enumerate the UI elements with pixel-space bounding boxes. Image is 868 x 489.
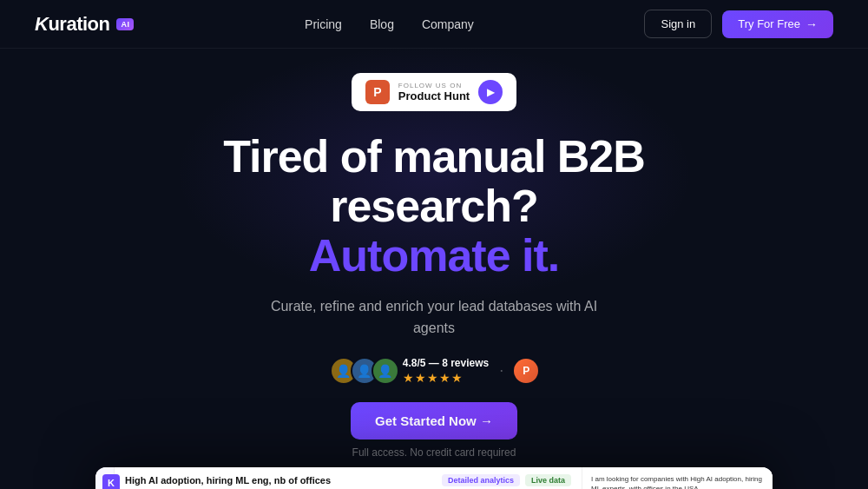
ai-badge: AI [116,18,134,30]
dashboard-k-logo: K [102,474,120,489]
badge-data: Live data [525,474,571,486]
dashboard-preview: K High AI adoption, hiring ML eng, nb of… [95,467,773,489]
logo-container: Kuration AI [35,13,134,36]
cta-note: Full access. No credit card required [352,446,516,459]
nav-link-company[interactable]: Company [422,17,474,31]
dashboard-title: High AI adoption, hiring ML eng, nb of o… [125,475,331,486]
get-started-button[interactable]: Get Started Now → [351,402,517,439]
try-free-arrow: → [806,17,818,31]
logo-text: Kuration [35,13,109,36]
headline-line1: Tired of manual B2B [223,131,645,182]
try-free-button[interactable]: Try For Free → [722,10,833,38]
nav-item-company[interactable]: Company [422,17,474,32]
chat-query: I am looking for companies with High AI … [591,474,764,489]
ph-logo-small: P [514,359,538,383]
rating-group: 4.8/5 — 8 reviews ★★★★★ [403,357,489,385]
avatar-3: 👤 [372,357,399,385]
ph-arrow-icon: ▶ [478,80,503,104]
ph-name-label: Product Hunt [398,89,470,102]
ph-follow-label: FOLLOW US ON [398,82,470,89]
nav-item-blog[interactable]: Blog [370,17,394,32]
nav-link-pricing[interactable]: Pricing [305,17,342,31]
divider: · [499,361,503,380]
subheadline: Curate, refine and enrich your lead data… [260,295,608,340]
stars: ★★★★★ [403,371,489,385]
dashboard-header: High AI adoption, hiring ML eng, nb of o… [115,467,582,489]
avatar-face-3: 👤 [373,359,398,383]
dashboard-table-panel: High AI adoption, hiring ML eng, nb of o… [115,467,582,489]
nav-actions: Sign in Try For Free → [644,10,833,38]
social-proof: 👤 👤 👤 4.8/5 — 8 reviews ★★★★★ · P [330,357,538,385]
nav-item-pricing[interactable]: Pricing [305,17,342,32]
navbar: Kuration AI Pricing Blog Company Sign in… [0,0,868,49]
avatar-group: 👤 👤 👤 [330,357,392,385]
chat-panel: I am looking for companies with High AI … [582,467,773,489]
main-content: P FOLLOW US ON Product Hunt ▶ Tired of m… [0,49,868,489]
headline-accent: Automate it. [309,230,559,281]
logo-k: K [35,13,48,35]
rating-score: 4.8/5 — 8 reviews [403,357,489,369]
headline-line2: research? [330,181,538,231]
dashboard-badges: Detailed analytics Live data [442,474,571,486]
product-hunt-badge[interactable]: P FOLLOW US ON Product Hunt ▶ [352,73,516,111]
product-hunt-text: FOLLOW US ON Product Hunt [398,82,470,102]
chat-header: I am looking for companies with High AI … [582,467,773,489]
badge-analytics: Detailed analytics [442,474,520,486]
nav-links: Pricing Blog Company [305,17,474,32]
signin-button[interactable]: Sign in [644,10,712,38]
try-free-label: Try For Free [738,17,800,30]
product-hunt-icon: P [365,80,390,104]
hero-section: P FOLLOW US ON Product Hunt ▶ Tired of m… [0,49,868,459]
cta-group: Get Started Now → Full access. No credit… [351,402,517,459]
headline: Tired of manual B2B research? Automate i… [223,132,645,281]
nav-link-blog[interactable]: Blog [370,17,394,31]
